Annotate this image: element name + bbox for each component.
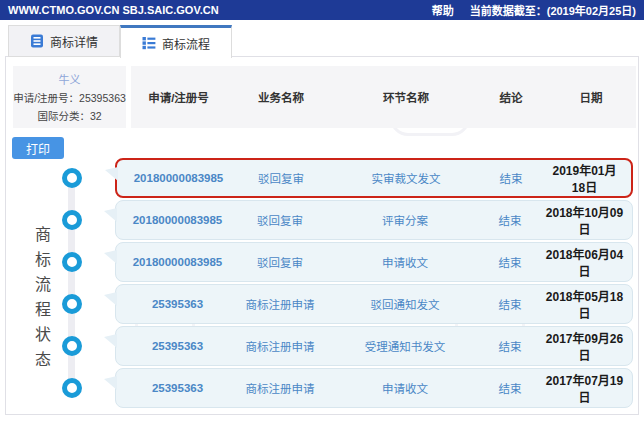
cell-step: 实审裁文发文 bbox=[336, 170, 476, 186]
cell-reg-no: 20180000083985 bbox=[130, 214, 225, 226]
timeline-node-icon bbox=[62, 378, 82, 398]
cell-date: 2018年06月04日 bbox=[545, 245, 624, 279]
process-status-vertical-label: 商标流程状态 bbox=[29, 226, 53, 376]
table-header: 申请/注册号 业务名称 环节名称 结论 日期 bbox=[131, 66, 636, 128]
row-pointer-icon bbox=[104, 250, 117, 264]
cell-reg-no: 25395363 bbox=[130, 340, 225, 352]
row-pointer-icon bbox=[104, 292, 117, 306]
cell-date: 2018年05月18日 bbox=[545, 287, 624, 321]
cell-conclusion: 结束 bbox=[475, 212, 545, 228]
cell-reg-no: 25395363 bbox=[130, 382, 225, 394]
top-bar: WWW.CTMO.GOV.CN SBJ.SAIC.GOV.CN 帮助 当前数据截… bbox=[0, 0, 644, 20]
cell-step: 评审分案 bbox=[335, 212, 475, 228]
cell-business: 驳回复审 bbox=[226, 170, 336, 186]
timeline-node-icon bbox=[62, 168, 82, 188]
cell-date: 2017年07月19日 bbox=[545, 371, 624, 405]
international-class: 国际分类：32 bbox=[37, 108, 101, 123]
tab-bar: 商标详情 商标流程 bbox=[8, 25, 232, 57]
cell-step: 受理通知书发文 bbox=[335, 338, 475, 354]
cell-date: 2019年01月18日 bbox=[546, 161, 623, 195]
timeline-node-icon bbox=[62, 336, 82, 356]
column-header-step: 环节名称 bbox=[336, 89, 476, 105]
cell-date: 2017年09月26日 bbox=[545, 329, 624, 363]
table-row: 20180000083985 驳回复审 实审裁文发文 结束 2019年01月18… bbox=[115, 158, 633, 198]
cell-business: 商标注册申请 bbox=[225, 380, 335, 396]
cell-step: 驳回通知发文 bbox=[335, 296, 475, 312]
table-row: 25395363 商标注册申请 驳回通知发文 结束 2018年05月18日 bbox=[115, 284, 633, 324]
cell-conclusion: 结束 bbox=[475, 338, 545, 354]
table-row: 20180000083985 驳回复审 评审分案 结束 2018年10月09日 bbox=[115, 200, 633, 240]
timeline-node-icon bbox=[62, 294, 82, 314]
cell-conclusion: 结束 bbox=[476, 170, 546, 186]
row-pointer-icon bbox=[104, 376, 117, 390]
table-row: 20180000083985 驳回复审 申请收文 结束 2018年06月04日 bbox=[115, 242, 633, 282]
document-icon bbox=[30, 34, 44, 48]
help-link[interactable]: 帮助 bbox=[432, 2, 454, 18]
table-row: 25395363 商标注册申请 申请收文 结束 2017年07月19日 bbox=[115, 368, 633, 408]
column-header-date: 日期 bbox=[546, 89, 636, 105]
site-urls[interactable]: WWW.CTMO.GOV.CN SBJ.SAIC.GOV.CN bbox=[8, 4, 219, 16]
tab-trademark-details[interactable]: 商标详情 bbox=[8, 25, 120, 57]
cell-reg-no: 20180000083985 bbox=[131, 172, 226, 184]
cell-reg-no: 20180000083985 bbox=[130, 256, 225, 268]
timeline-node-icon bbox=[62, 210, 82, 230]
row-pointer-icon bbox=[104, 334, 117, 348]
table-row: 25395363 商标注册申请 受理通知书发文 结束 2017年09月26日 bbox=[115, 326, 633, 366]
cell-step: 申请收文 bbox=[335, 380, 475, 396]
trademark-name: 牛义 bbox=[59, 71, 81, 87]
cell-conclusion: 结束 bbox=[475, 296, 545, 312]
tab-trademark-process[interactable]: 商标流程 bbox=[120, 25, 232, 58]
cell-conclusion: 结束 bbox=[475, 380, 545, 396]
data-cutoff-label: 当前数据截至：(2019年02月25日) bbox=[470, 2, 636, 18]
tab-label: 商标详情 bbox=[50, 33, 98, 50]
cell-business: 驳回复审 bbox=[225, 254, 335, 270]
cell-step: 申请收文 bbox=[335, 254, 475, 270]
process-rows: 20180000083985 驳回复审 实审裁文发文 结束 2019年01月18… bbox=[115, 158, 633, 408]
cell-business: 驳回复审 bbox=[225, 212, 335, 228]
column-header-reg-no: 申请/注册号 bbox=[131, 89, 226, 105]
row-pointer-icon bbox=[104, 208, 117, 222]
trademark-info-card: 牛义 申请/注册号：25395363 国际分类：32 bbox=[13, 66, 126, 128]
print-button[interactable]: 打印 bbox=[12, 137, 64, 159]
list-icon bbox=[142, 36, 156, 50]
cell-business: 商标注册申请 bbox=[225, 296, 335, 312]
trademark-status-page: WWW.CTMO.GOV.CN SBJ.SAIC.GOV.CN 帮助 当前数据截… bbox=[0, 0, 644, 434]
tab-label: 商标流程 bbox=[162, 35, 210, 52]
cell-business: 商标注册申请 bbox=[225, 338, 335, 354]
timeline-node-icon bbox=[62, 252, 82, 272]
cell-date: 2018年10月09日 bbox=[545, 203, 624, 237]
cell-conclusion: 结束 bbox=[475, 254, 545, 270]
column-header-conclusion: 结论 bbox=[476, 89, 546, 105]
column-header-business: 业务名称 bbox=[226, 89, 336, 105]
timeline-line bbox=[68, 170, 75, 398]
cell-reg-no: 25395363 bbox=[130, 298, 225, 310]
row-pointer-icon bbox=[105, 167, 118, 181]
registration-number: 申请/注册号：25395363 bbox=[13, 90, 126, 105]
